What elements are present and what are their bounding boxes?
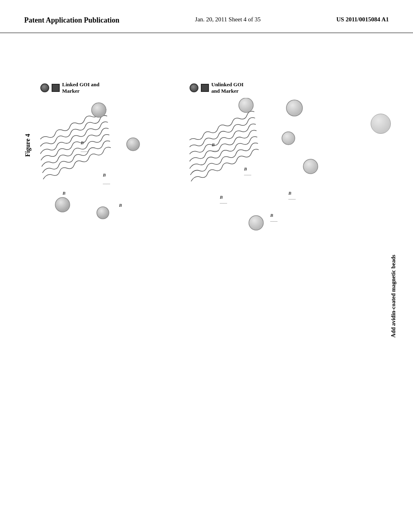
- patent-number: US 2011/0015084 A1: [336, 16, 389, 23]
- linked-dna-area: B —— B —— B B: [40, 98, 153, 227]
- svg-text:——: ——: [270, 219, 278, 223]
- right-panel: Unlinked GOI and Marker: [190, 81, 331, 227]
- svg-text:B: B: [244, 166, 247, 171]
- svg-text:——: ——: [219, 201, 227, 205]
- linked-dna-svg: B —— B —— B B: [40, 98, 153, 227]
- unlinked-dna-area: B —— B —— B —— B —— B ——: [190, 98, 302, 227]
- svg-text:B: B: [270, 213, 273, 218]
- left-panel: Linked GOI and Marker: [40, 81, 169, 227]
- single-bead-avidin: [371, 114, 391, 134]
- right-legend-row: Unlinked GOI and Marker: [190, 81, 331, 94]
- avidin-text: Add avidin-coated magnetic beads: [390, 255, 397, 338]
- svg-text:B: B: [219, 195, 223, 200]
- svg-text:——: ——: [211, 148, 219, 152]
- right-dark-square-icon: [201, 84, 209, 92]
- bead-unlinked-mid: [282, 132, 295, 145]
- bead-unlinked-bottom: [249, 216, 263, 230]
- svg-text:B: B: [102, 172, 106, 177]
- svg-text:B: B: [211, 142, 215, 147]
- svg-text:B: B: [62, 191, 65, 195]
- left-legend-text: Linked GOI and Marker: [62, 81, 100, 94]
- svg-text:——: ——: [102, 181, 111, 185]
- bead-linked-top: [92, 103, 106, 117]
- svg-text:——: ——: [244, 172, 252, 177]
- bead-unlinked-mid-right: [303, 159, 318, 174]
- svg-text:B: B: [80, 140, 83, 145]
- dark-circle-icon: [40, 83, 49, 92]
- svg-text:——: ——: [80, 149, 88, 153]
- right-legend-text: Unlinked GOI and Marker: [211, 81, 244, 94]
- svg-text:——: ——: [288, 197, 296, 201]
- dark-square-icon: [52, 84, 60, 92]
- bead-linked-bottom: [97, 207, 109, 219]
- bead-unlinked-top: [239, 98, 253, 112]
- left-legend-row: Linked GOI and Marker: [40, 81, 169, 94]
- figure-label: Figure 4: [24, 134, 31, 157]
- unlinked-dna-svg: B —— B —— B —— B —— B ——: [190, 98, 327, 239]
- bead-unlinked-top-right: [286, 100, 302, 116]
- svg-text:B: B: [288, 191, 291, 195]
- bead-linked-mid-right: [127, 138, 140, 151]
- main-content: Figure 4 Linked GOI and Marker: [0, 33, 413, 521]
- bead-linked-bottom-left: [55, 197, 70, 212]
- page-header: Patent Application Publication Jan. 20, …: [0, 0, 413, 33]
- publication-title: Patent Application Publication: [24, 16, 119, 25]
- right-dark-circle-icon: [190, 83, 198, 92]
- publication-date-sheet: Jan. 20, 2011 Sheet 4 of 35: [195, 16, 261, 23]
- svg-text:B: B: [119, 203, 122, 208]
